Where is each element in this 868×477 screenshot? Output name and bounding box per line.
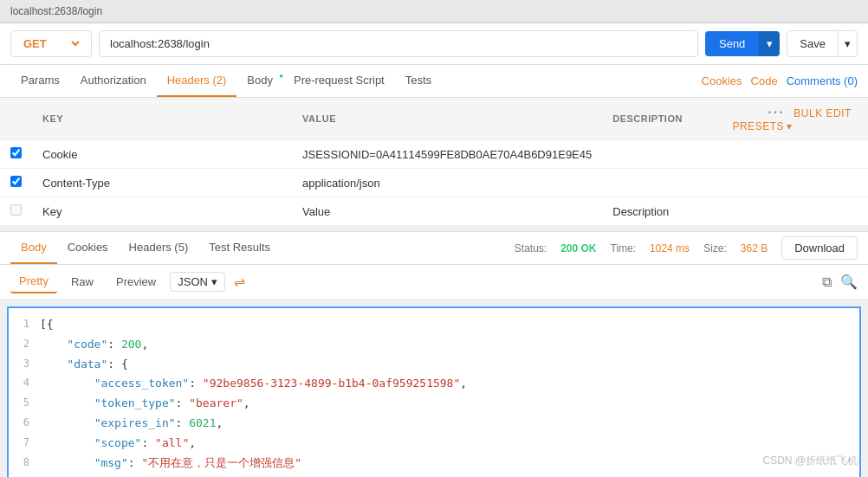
row2-actions bbox=[722, 169, 868, 197]
status-info: Status: 200 OK Time: 1024 ms Size: 362 B… bbox=[515, 236, 858, 260]
code-line-1: 1 [{ bbox=[9, 315, 859, 335]
response-toolbar: Pretty Raw Preview JSON ▾ ⇌ ⧉ 🔍 bbox=[0, 265, 868, 300]
response-tab-test-results[interactable]: Test Results bbox=[198, 232, 281, 264]
url-bar: GET POST PUT DELETE Send ▾ Save ▾ bbox=[0, 23, 868, 65]
format-tab-pretty[interactable]: Pretty bbox=[10, 270, 57, 293]
row1-checkbox[interactable] bbox=[0, 140, 32, 169]
url-input[interactable] bbox=[99, 30, 698, 57]
tab-params[interactable]: Params bbox=[10, 65, 70, 97]
code-line-8: 8 "msg": "不用在意，只是一个增强信息" bbox=[9, 454, 859, 474]
row2-checkbox[interactable] bbox=[0, 169, 32, 197]
code-line-5: 5 "token_type": "bearer", bbox=[9, 394, 859, 414]
method-dropdown[interactable]: GET POST PUT DELETE bbox=[20, 36, 82, 51]
send-group: Send ▾ bbox=[705, 31, 780, 56]
download-button[interactable]: Download bbox=[781, 236, 858, 260]
presets-button[interactable]: Presets ▾ bbox=[732, 120, 858, 132]
table-row: Content-Type application/json bbox=[0, 169, 868, 197]
th-key: KEY bbox=[32, 98, 292, 140]
tab-body[interactable]: Body ● bbox=[236, 65, 283, 97]
size-label: Size: bbox=[703, 242, 727, 255]
size-value: 362 B bbox=[741, 242, 768, 255]
th-description: DESCRIPTION bbox=[602, 98, 722, 140]
code-area: 1 [{ 2 "code": 200, 3 "data": { 4 "acces… bbox=[7, 306, 861, 477]
row1-description[interactable] bbox=[602, 140, 722, 169]
th-actions: ··· Bulk Edit Presets ▾ bbox=[722, 98, 868, 140]
send-button[interactable]: Send bbox=[705, 31, 759, 56]
tab-pre-request[interactable]: Pre-request Script bbox=[283, 65, 395, 97]
th-value: VALUE bbox=[292, 98, 602, 140]
format-tab-preview[interactable]: Preview bbox=[107, 271, 165, 293]
row2-description[interactable] bbox=[602, 169, 722, 197]
save-dropdown-button[interactable]: ▾ bbox=[839, 30, 858, 57]
status-value: 200 OK bbox=[560, 242, 596, 255]
headers-table: KEY VALUE DESCRIPTION ··· Bulk Edit Pres… bbox=[0, 98, 868, 226]
row3-desc-placeholder[interactable]: Description bbox=[602, 197, 722, 226]
save-group: Save ▾ bbox=[787, 30, 858, 57]
more-options-button[interactable]: ··· bbox=[768, 105, 784, 119]
time-label: Time: bbox=[611, 242, 637, 255]
comments-link[interactable]: Comments (0) bbox=[787, 74, 858, 87]
code-line-9: 9 }, bbox=[9, 473, 859, 477]
row3-checkbox[interactable] bbox=[0, 197, 32, 226]
row1-key[interactable]: Cookie bbox=[32, 140, 292, 169]
response-tab-body[interactable]: Body bbox=[10, 232, 57, 264]
tab-tests[interactable]: Tests bbox=[395, 65, 442, 97]
code-line-4: 4 "access_token": "92be9856-3123-4899-b1… bbox=[9, 374, 859, 394]
row2-key[interactable]: Content-Type bbox=[32, 169, 292, 197]
code-line-3: 3 "data": { bbox=[9, 355, 859, 375]
wrap-icon[interactable]: ⇌ bbox=[234, 274, 245, 290]
title-text: localhost:2638/login bbox=[10, 5, 102, 17]
watermark: CSDN @折纸纸飞机 bbox=[762, 454, 858, 468]
table-row: Cookie JSESSIONID=0A41114599FE8DB0AE70A4… bbox=[0, 140, 868, 169]
row3-value-placeholder[interactable]: Value bbox=[292, 197, 602, 226]
response-tabs: Body Cookies Headers (5) Test Results St… bbox=[0, 231, 868, 265]
tab-authorization[interactable]: Authorization bbox=[70, 65, 157, 97]
bulk-edit-button[interactable]: Bulk Edit bbox=[794, 107, 852, 119]
response-tab-cookies[interactable]: Cookies bbox=[57, 232, 119, 264]
save-button[interactable]: Save bbox=[787, 30, 839, 57]
code-link[interactable]: Code bbox=[751, 74, 778, 87]
response-tab-headers[interactable]: Headers (5) bbox=[119, 232, 199, 264]
tab-right-actions: Cookies Code Comments (0) bbox=[702, 74, 858, 87]
row3-key-placeholder[interactable]: Key bbox=[32, 197, 292, 226]
th-checkbox bbox=[0, 98, 32, 140]
format-dropdown[interactable]: JSON ▾ bbox=[170, 272, 225, 292]
time-value: 1024 ms bbox=[650, 242, 690, 255]
request-tabs: Params Authorization Headers (2) Body ● … bbox=[0, 65, 868, 98]
code-line-7: 7 "scope": "all", bbox=[9, 434, 859, 454]
format-label: JSON bbox=[178, 275, 208, 288]
cookies-link[interactable]: Cookies bbox=[702, 74, 742, 87]
title-bar: localhost:2638/login bbox=[0, 0, 868, 23]
code-line-2: 2 "code": 200, bbox=[9, 335, 859, 355]
status-label: Status: bbox=[515, 242, 547, 255]
format-chevron-icon: ▾ bbox=[211, 275, 217, 288]
format-tab-raw[interactable]: Raw bbox=[62, 271, 102, 293]
copy-icon[interactable]: ⧉ bbox=[822, 274, 832, 290]
toolbar-right: ⧉ 🔍 bbox=[822, 274, 858, 290]
table-row-placeholder: Key Value Description bbox=[0, 197, 868, 226]
method-select[interactable]: GET POST PUT DELETE bbox=[10, 30, 92, 57]
row1-actions bbox=[722, 140, 868, 169]
row1-value[interactable]: JSESSIONID=0A41114599FE8DB0AE70A4B6D91E9… bbox=[292, 140, 602, 169]
search-icon[interactable]: 🔍 bbox=[840, 274, 858, 290]
row2-value[interactable]: application/json bbox=[292, 169, 602, 197]
tab-headers[interactable]: Headers (2) bbox=[157, 65, 237, 97]
row3-actions bbox=[722, 197, 868, 226]
code-line-6: 6 "expires_in": 6021, bbox=[9, 414, 859, 434]
send-dropdown-button[interactable]: ▾ bbox=[759, 31, 780, 56]
